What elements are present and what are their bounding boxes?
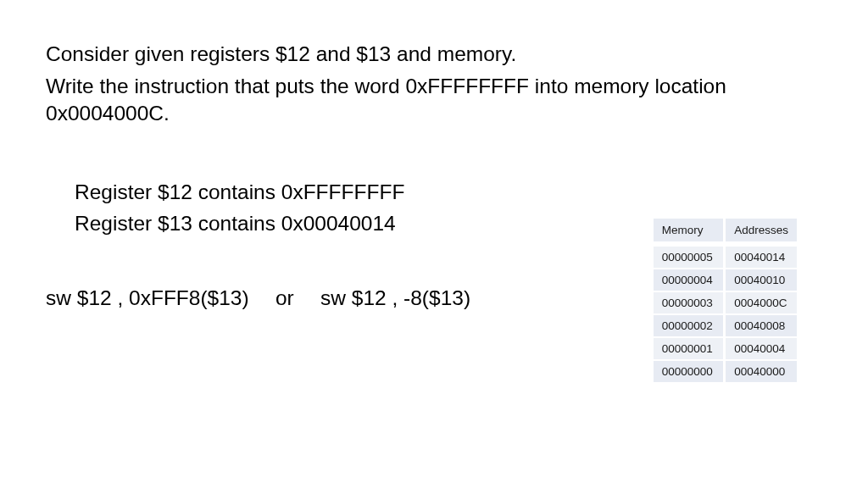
table-row: 00000001 00040004 — [654, 337, 797, 360]
table-row: 00000003 0004000C — [654, 291, 797, 314]
addr-cell: 00040010 — [725, 269, 797, 291]
table-row: 00000002 00040008 — [654, 314, 797, 337]
memory-table: Memory Addresses 00000005 00040014 00000… — [654, 219, 797, 384]
table-header-row: Memory Addresses — [654, 219, 797, 242]
prompt-line-1: Consider given registers $12 and $13 and… — [46, 41, 822, 68]
header-addresses: Addresses — [725, 219, 797, 242]
table-row: 00000000 00040000 — [654, 360, 797, 383]
addr-cell: 0004000C — [725, 291, 797, 314]
mem-cell: 00000004 — [654, 269, 725, 291]
slide: Consider given registers $12 and $13 and… — [0, 0, 868, 488]
addr-cell: 00040014 — [725, 246, 797, 269]
addr-cell: 00040008 — [725, 314, 797, 337]
addr-cell: 00040004 — [725, 337, 797, 360]
mem-cell: 00000002 — [654, 314, 725, 337]
mem-cell: 00000000 — [654, 360, 725, 383]
table-row: 00000005 00040014 — [654, 246, 797, 269]
mem-cell: 00000001 — [654, 337, 725, 360]
table-row: 00000004 00040010 — [654, 269, 797, 291]
mem-cell: 00000005 — [654, 246, 725, 269]
mem-cell: 00000003 — [654, 291, 725, 314]
header-memory: Memory — [654, 219, 725, 242]
prompt-line-2: Write the instruction that puts the word… — [46, 73, 822, 127]
register-12-line: Register $12 contains 0xFFFFFFFF — [75, 178, 822, 206]
addr-cell: 00040000 — [725, 360, 797, 383]
